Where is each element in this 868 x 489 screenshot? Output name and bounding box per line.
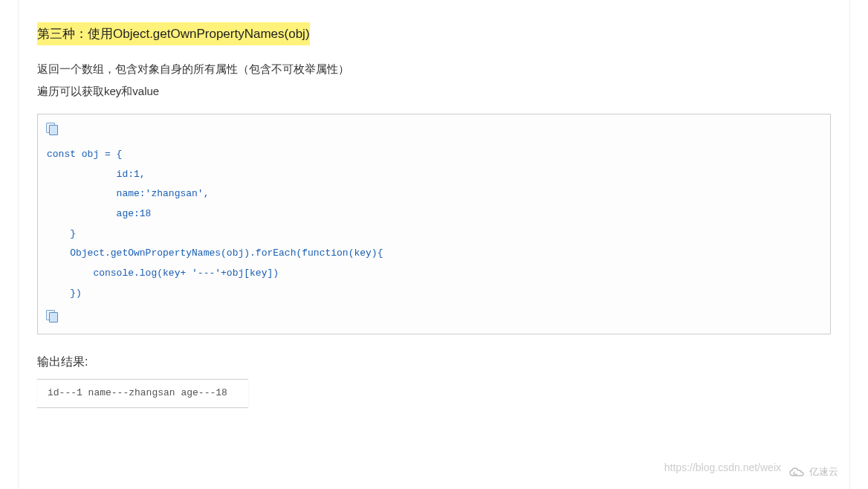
code-content: const obj = { id:1, name:'zhangsan', age… xyxy=(45,145,823,303)
section-heading: 第三种：使用Object.getOwnPropertyNames(obj) xyxy=(37,22,310,45)
copy-icon[interactable] xyxy=(45,309,59,323)
watermark-url: https://blog.csdn.net/weix xyxy=(664,459,781,476)
code-toolbar-top xyxy=(45,122,823,140)
code-block: const obj = { id:1, name:'zhangsan', age… xyxy=(37,114,831,334)
logo-text: 亿速云 xyxy=(809,464,838,480)
output-heading: 输出结果: xyxy=(37,352,831,372)
article-container: 第三种：使用Object.getOwnPropertyNames(obj) 返回… xyxy=(18,0,850,489)
description-line-2: 遍历可以获取key和value xyxy=(37,82,831,100)
cloud-icon xyxy=(788,467,806,479)
description-line-1: 返回一个数组，包含对象自身的所有属性（包含不可枚举属性） xyxy=(37,60,831,78)
copy-icon[interactable] xyxy=(45,122,59,135)
code-toolbar-bottom xyxy=(45,309,823,328)
output-box: id---1 name---zhangsan age---18 xyxy=(37,379,248,408)
site-logo: 亿速云 xyxy=(788,464,838,480)
